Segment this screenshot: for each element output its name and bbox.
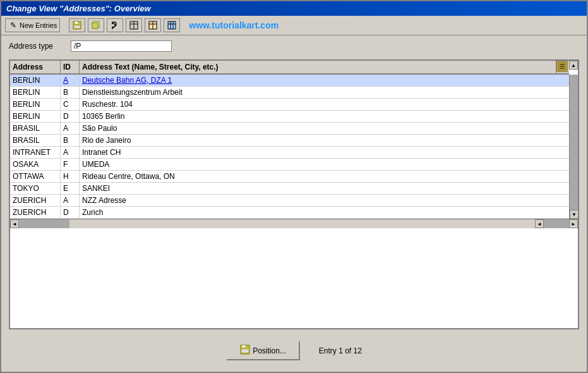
table-row[interactable]: BERLIND10365 Berlin (10, 111, 569, 123)
hscroll-left-track[interactable] (19, 219, 69, 228)
address-type-row: Address type (9, 40, 579, 52)
cell-text: Rideau Centre, Ottawa, ON (80, 171, 569, 182)
col-id-header: ID (61, 61, 80, 73)
new-entries-button[interactable]: ✎ New Entries (5, 18, 60, 32)
cell-text: SANKEI (80, 183, 569, 194)
cell-id: A (61, 195, 80, 206)
scroll-up-button[interactable]: ▲ (569, 61, 578, 70)
cell-address: ZUERICH (10, 195, 61, 206)
cell-id: A (61, 147, 80, 158)
cell-id: D (61, 207, 80, 218)
address-type-input[interactable] (71, 40, 172, 52)
table-row[interactable]: TOKYOESANKEI (10, 183, 569, 195)
cell-id: A (61, 75, 80, 86)
cell-text: UMEDA (80, 159, 569, 170)
toolbar: ✎ New Entries (1, 16, 587, 35)
cell-address: BERLIN (10, 87, 61, 98)
scroll-track[interactable] (570, 75, 578, 210)
col-text-header: Address Text (Name, Street, City, etc.) (80, 61, 556, 73)
table-body: BERLINADeutsche Bahn AG, DZA 1BERLINBDie… (10, 75, 569, 219)
cell-text: Dienstleistungszentrum Arbeit (80, 87, 569, 98)
vertical-scrollbar: ▼ (569, 75, 578, 219)
hscroll-right-left-button[interactable]: ◄ (535, 219, 544, 228)
position-button[interactable]: Position... (226, 341, 300, 360)
cell-id: A (61, 123, 80, 134)
svg-rect-1 (75, 21, 78, 24)
table-row[interactable]: BRASILBRio de Janeiro (10, 135, 569, 147)
cell-text: Rio de Janeiro (80, 135, 569, 146)
copy-button[interactable] (88, 18, 104, 32)
table-row[interactable]: OTTAWAHRideau Centre, Ottawa, ON (10, 171, 569, 183)
table-header-row: Address ID Address Text (Name, Street, C… (10, 61, 578, 75)
cell-id-link[interactable]: A (63, 76, 68, 85)
cell-id: C (61, 99, 80, 110)
table-header: Address ID Address Text (Name, Street, C… (10, 61, 569, 75)
cell-text: 10365 Berlin (80, 111, 569, 122)
address-type-label: Address type (9, 42, 66, 51)
table1-icon (129, 20, 139, 30)
svg-rect-20 (242, 345, 246, 348)
table-row[interactable]: BERLINBDienstleistungszentrum Arbeit (10, 87, 569, 99)
cell-id: B (61, 87, 80, 98)
position-icon (240, 345, 250, 357)
hscroll-left-button[interactable]: ◄ (10, 219, 19, 228)
copy-icon (91, 20, 101, 30)
table-row[interactable]: BRASILASão Paulo (10, 123, 569, 135)
table-row[interactable]: BERLINADeutsche Bahn AG, DZA 1 (10, 75, 569, 87)
table-body-area: BERLINADeutsche Bahn AG, DZA 1BERLINBDie… (10, 75, 578, 219)
undo-button[interactable] (107, 18, 123, 32)
hscroll-right-button[interactable]: ► (569, 219, 578, 228)
svg-rect-11 (168, 21, 176, 29)
cell-text: São Paulo (80, 123, 569, 134)
new-entries-label: New Entries (20, 21, 57, 29)
cell-address: INTRANET (10, 147, 61, 158)
cell-text: NZZ Adresse (80, 195, 569, 206)
cell-address: OTTAWA (10, 171, 61, 182)
cell-text: Ruschestr. 104 (80, 99, 569, 110)
cell-id: B (61, 135, 80, 146)
table-container: Address ID Address Text (Name, Street, C… (9, 59, 579, 329)
bottom-bar: Position... Entry 1 of 12 (9, 334, 579, 367)
position-button-label: Position... (253, 346, 286, 355)
watermark: www.tutorialkart.com (189, 20, 279, 30)
save-button[interactable] (69, 18, 85, 32)
cell-text: Deutsche Bahn AG, DZA 1 (80, 75, 569, 86)
cell-address: BRASIL (10, 135, 61, 146)
svg-rect-2 (74, 25, 80, 28)
cell-address: BRASIL (10, 123, 61, 134)
table-row[interactable]: BERLINCRuschestr. 104 (10, 99, 569, 111)
table-row[interactable]: OSAKAFUMEDA (10, 159, 569, 171)
cell-text: Zurich (80, 207, 569, 218)
column-settings-icon[interactable] (556, 61, 568, 72)
cell-id: H (61, 171, 80, 182)
content-area: Address type Address ID Address Text (Na… (1, 35, 587, 372)
hscroll-right-track[interactable] (544, 219, 569, 228)
table2-icon (148, 20, 158, 30)
window-title: Change View "Addresses": Overview (6, 4, 151, 13)
save-icon (72, 20, 82, 30)
col-address-header: Address (10, 61, 61, 73)
table3-button[interactable] (164, 18, 180, 32)
scroll-down-button[interactable]: ▼ (570, 210, 579, 219)
entry-info: Entry 1 of 12 (319, 346, 362, 355)
cell-address: OSAKA (10, 159, 61, 170)
table-row[interactable]: INTRANETAIntranet CH (10, 147, 569, 159)
table1-button[interactable] (126, 18, 142, 32)
table-main: BERLINADeutsche Bahn AG, DZA 1BERLINBDie… (10, 75, 569, 219)
undo-icon (110, 20, 120, 30)
new-entries-icon: ✎ (8, 20, 18, 30)
cell-address: BERLIN (10, 111, 61, 122)
table-row[interactable]: ZUERICHDZurich (10, 207, 569, 219)
cell-address: BERLIN (10, 99, 61, 110)
svg-rect-21 (241, 349, 249, 353)
hscroll-spacer (69, 219, 535, 228)
cell-id: F (61, 159, 80, 170)
cell-address: TOKYO (10, 183, 61, 194)
cell-address: BERLIN (10, 75, 61, 86)
horizontal-scrollbar-container: ◄ ◄ ► (10, 219, 578, 228)
title-bar: Change View "Addresses": Overview (1, 1, 587, 16)
main-window: Change View "Addresses": Overview ✎ New … (0, 0, 588, 373)
table2-button[interactable] (145, 18, 161, 32)
cell-text-link[interactable]: Deutsche Bahn AG, DZA 1 (82, 76, 172, 85)
table-row[interactable]: ZUERICHANZZ Adresse (10, 195, 569, 207)
